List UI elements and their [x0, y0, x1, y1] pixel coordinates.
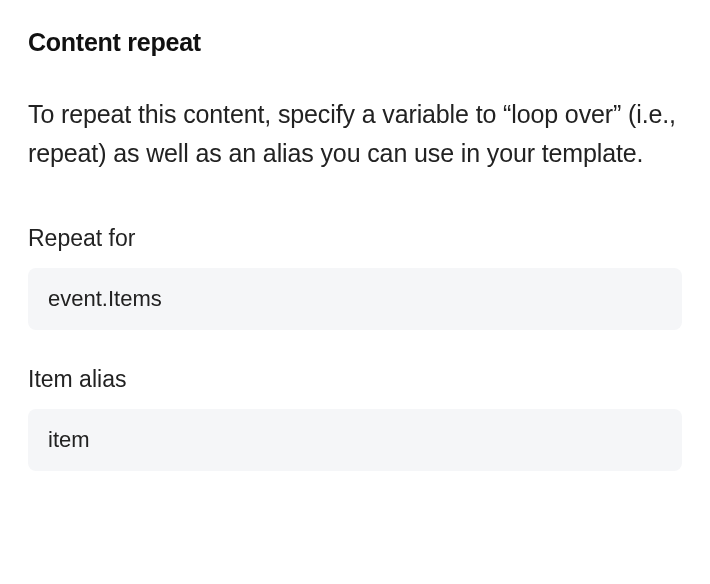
item-alias-field-group: Item alias [28, 366, 682, 471]
item-alias-label: Item alias [28, 366, 682, 393]
section-description: To repeat this content, specify a variab… [28, 95, 682, 173]
repeat-for-input[interactable] [28, 268, 682, 330]
repeat-for-field-group: Repeat for [28, 225, 682, 330]
section-title: Content repeat [28, 28, 682, 57]
repeat-for-label: Repeat for [28, 225, 682, 252]
item-alias-input[interactable] [28, 409, 682, 471]
